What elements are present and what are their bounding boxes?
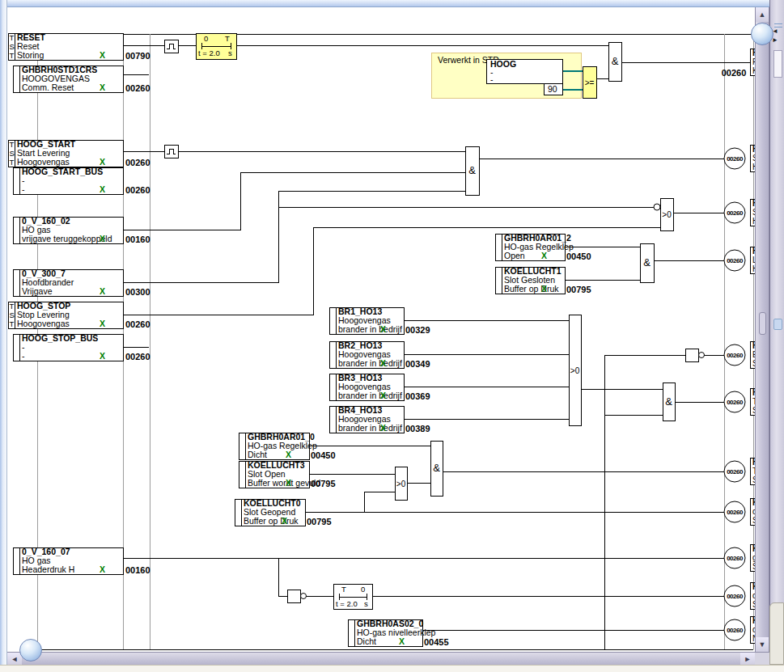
scroll-down-button[interactable]: ▼	[756, 637, 769, 652]
block-desc: Headerdruk H	[22, 564, 74, 574]
svg-text:0: 0	[361, 585, 365, 594]
wire	[123, 191, 465, 282]
timer-block[interactable]: 0Tt = 2.0s	[196, 33, 236, 59]
svg-text:s: s	[228, 49, 232, 57]
block-address: 00795	[311, 479, 336, 488]
block-address: 00300	[125, 287, 150, 297]
gate-[interactable]: &	[663, 382, 675, 421]
block-address: 00160	[125, 235, 150, 244]
connector-address: 00260	[727, 209, 744, 217]
wire	[278, 558, 287, 596]
background-window-scroll-button[interactable]	[773, 50, 782, 78]
svg-text:S: S	[10, 149, 15, 158]
gate-[interactable]: &	[640, 243, 654, 282]
output-connector[interactable]: 00260	[724, 547, 745, 568]
output-connector[interactable]: 00260	[724, 202, 745, 223]
signal-block[interactable]: HOOG_START_BUS--X	[13, 167, 123, 194]
signal-block[interactable]: GHBRH0AS02_0HO-gas nivelleerklepDichtX	[348, 619, 436, 646]
x-mark: X	[541, 251, 547, 260]
not-block[interactable]	[685, 349, 705, 361]
gate-label: >0	[570, 366, 580, 375]
signal-block[interactable]: BR3_HO13Hoogovengasbrander in bedrijfX	[329, 373, 404, 400]
block-address: 00260	[125, 352, 150, 361]
background-window-edge	[769, 0, 784, 672]
output-connector[interactable]: 00260	[724, 619, 745, 640]
block-desc: -	[22, 351, 25, 361]
output-connector[interactable]: 00260	[724, 501, 745, 522]
horizontal-scrollbar[interactable]: ◄ ►	[7, 652, 755, 665]
block-desc: Comm. Reset	[22, 82, 74, 92]
scroll-up-button[interactable]: ▲	[756, 7, 769, 22]
signal-block[interactable]: TSTHOOG_STARTStart LeveringHoogovengasX	[8, 139, 123, 167]
block-desc: Storing	[17, 50, 44, 60]
wire	[364, 492, 395, 512]
gate-[interactable]: >=	[583, 66, 596, 98]
signal-block[interactable]: GHBRH0AR01_0HO-gas RegelklepDichtX	[239, 432, 317, 459]
diagram-page: Verwerkt in STDTSTRESETResetStoringX0079…	[7, 7, 755, 652]
signal-block[interactable]: HOOG_STOP_BUS--X	[13, 333, 123, 361]
output-connector[interactable]: 00260	[724, 344, 745, 366]
pulse-block[interactable]	[164, 40, 178, 53]
output-connector[interactable]: 00260	[724, 461, 745, 482]
signal-block[interactable]: TSTRESETResetStoringX	[8, 32, 123, 60]
vertical-scrollbar[interactable]: ▲ ▼	[755, 7, 769, 652]
x-mark: X	[380, 358, 386, 368]
signal-block[interactable]: BR2_HO13Hoogovengasbrander in bedrijfX	[329, 340, 404, 368]
horizontal-scroll-ball[interactable]	[19, 639, 42, 661]
gate-label: >0	[662, 210, 672, 219]
block-desc: vrijgave teruggekoppeld	[22, 234, 112, 243]
gate-label: >0	[396, 480, 406, 488]
gate-label: &	[433, 462, 440, 474]
gate-[interactable]: &	[430, 441, 443, 496]
block-desc: brander in bedrijf	[338, 423, 402, 433]
connector-address: 00260	[727, 399, 744, 406]
signal-block[interactable]: 0_V_160_07HO gasHeaderdruk HX	[13, 547, 123, 574]
output-connector[interactable]: 00260	[724, 148, 745, 169]
pulse-block[interactable]	[164, 145, 178, 158]
block-desc: brander in bedrijf	[338, 324, 402, 334]
signal-block[interactable]: KOELLUCHT1Slot GeslotenBuffer op DrukX	[495, 266, 565, 294]
x-mark: X	[100, 82, 105, 92]
output-connector[interactable]: 00260	[724, 250, 745, 271]
signal-block[interactable]: BR4_HO13Hoogovengasbrander in bedrijfX	[329, 405, 404, 433]
svg-text:T: T	[10, 302, 15, 311]
not-block[interactable]	[287, 590, 307, 602]
timer-block[interactable]: T0t = 2.0s	[333, 584, 372, 609]
gate-[interactable]: &	[608, 42, 621, 81]
signal-block[interactable]: BR1_HO13Hoogovengasbrander in bedrijfX	[329, 306, 404, 334]
block-address: 00369	[405, 391, 430, 401]
gate-0[interactable]: >0	[660, 198, 673, 230]
signal-block[interactable]: 0_V_160_02HO gasvrijgave teruggekoppeldX	[13, 216, 123, 243]
gate-[interactable]: &	[465, 146, 479, 195]
negation-bubble	[654, 204, 660, 210]
svg-text:T: T	[10, 51, 15, 60]
output-connector[interactable]: 00260	[724, 391, 745, 412]
signal-block[interactable]: GHBRH0STD1CRSHOOGOVENGASComm. ResetX	[13, 65, 123, 92]
signal-block[interactable]: KOELLUCHT3Slot OpenBuffer wordt gevuldX	[239, 460, 320, 488]
x-mark: X	[100, 319, 105, 328]
block-address: 00450	[311, 450, 336, 460]
x-mark: X	[100, 184, 105, 194]
signal-block[interactable]: TSTHOOG_STOPStop LeveringHoogovengasX	[8, 301, 123, 328]
gate-0[interactable]: >0	[569, 315, 581, 425]
x-mark: X	[286, 478, 291, 488]
block-address: 00160	[125, 565, 150, 575]
signal-block[interactable]: 0_V_300_7HoofdbranderVrijgaveX	[13, 268, 123, 296]
vertical-scroll-thumb[interactable]	[759, 312, 766, 335]
connector-address: 00260	[727, 555, 744, 562]
x-mark: X	[100, 351, 105, 361]
scrollbar-corner	[755, 652, 769, 665]
block-desc: Buffer op Druk	[504, 284, 559, 294]
block-address: 00790	[125, 51, 150, 61]
scroll-right-button[interactable]: ►	[740, 653, 755, 665]
output-connector[interactable]: 00260	[724, 585, 745, 606]
background-window-scroll-thumb[interactable]	[773, 319, 782, 330]
signal-block[interactable]: KOELLUCHT0Slot GeopendBuffer op DrukX	[235, 498, 305, 526]
connector-address: 00260	[727, 257, 744, 264]
hoog-desc: -	[490, 74, 494, 84]
vertical-scroll-ball[interactable]	[751, 23, 773, 45]
svg-text:T: T	[10, 140, 15, 149]
svg-text:T: T	[225, 34, 230, 43]
gate-0[interactable]: >0	[395, 467, 407, 500]
signal-block[interactable]: GHBRH0AR01_2HO-gas RegelklepOpenX	[495, 233, 574, 260]
